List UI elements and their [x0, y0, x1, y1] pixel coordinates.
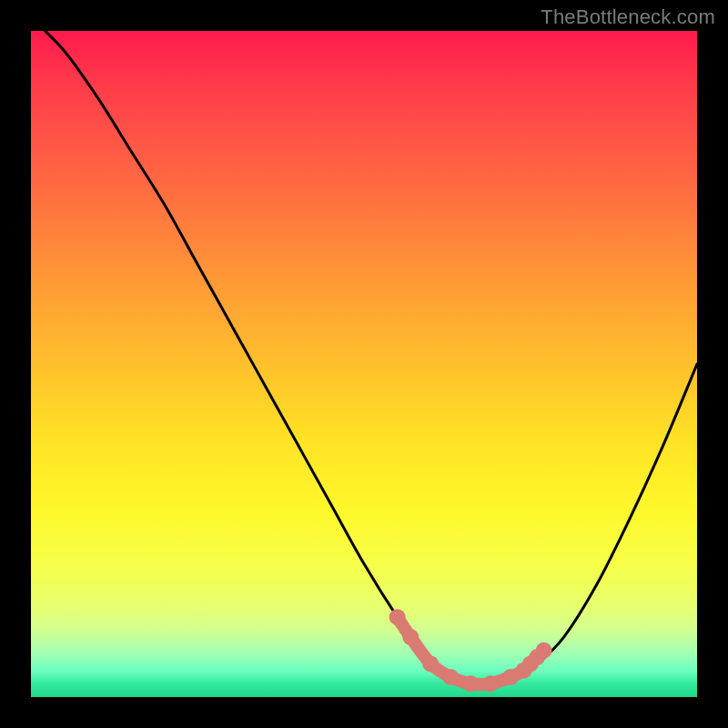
chart-frame: TheBottleneck.com: [0, 0, 728, 728]
highlight-dot: [422, 655, 439, 672]
bottleneck-curve: [31, 31, 697, 684]
highlight-dot: [536, 642, 552, 659]
curve-svg: [31, 31, 697, 697]
highlight-dot: [402, 629, 419, 645]
highlight-dot: [389, 609, 406, 625]
plot-area: [31, 31, 697, 697]
watermark-text: TheBottleneck.com: [541, 5, 715, 29]
highlight-dot: [482, 675, 499, 692]
highlight-dot: [442, 669, 459, 685]
highlight-dot: [462, 675, 479, 692]
